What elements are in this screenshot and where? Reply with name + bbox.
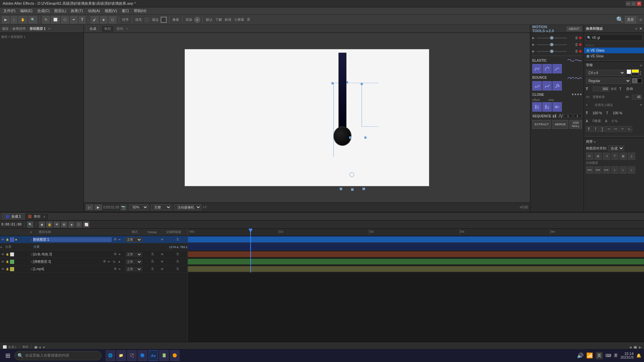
slider1-track[interactable]: [537, 38, 567, 39]
menu-item-file[interactable]: 文件(F): [1, 8, 17, 14]
layer1-eye[interactable]: 👁: [1, 238, 5, 242]
align-top[interactable]: ⊤: [611, 153, 619, 160]
breadcrumb-shapelayer[interactable]: 形状图层 1: [11, 35, 25, 39]
tl-solo-btn[interactable]: ◉: [39, 222, 45, 228]
layer1-mode[interactable]: 正常: [124, 237, 144, 242]
swatch-arrows[interactable]: ▲ ▼: [639, 69, 642, 76]
layer2-mode[interactable]: 正常: [124, 252, 144, 257]
tool-text[interactable]: T: [79, 16, 86, 23]
seq-val2[interactable]: [574, 114, 582, 118]
tool-camera[interactable]: ⬜: [51, 16, 60, 23]
stroke-swatch-dark[interactable]: [637, 78, 642, 83]
tool-zoom[interactable]: 🔍: [29, 16, 37, 23]
slider2-dot[interactable]: [579, 43, 582, 46]
layer4-solo[interactable]: 单: [112, 267, 118, 271]
elastic-wave1[interactable]: [568, 58, 574, 62]
menu-item-window[interactable]: 窗口: [120, 8, 131, 14]
layer3-pen[interactable]: ✒: [108, 260, 113, 263]
status-icon3[interactable]: ★: [43, 346, 45, 349]
layer3-fx[interactable]: fx: [113, 260, 118, 263]
layer2-eye2[interactable]: 👁: [161, 253, 167, 256]
prev-ctrl-region[interactable]: 📷: [120, 204, 126, 210]
slider1-dot[interactable]: [579, 37, 582, 39]
tool-brush[interactable]: 🖌: [91, 16, 99, 23]
tl-shy-btn[interactable]: 👁: [54, 222, 60, 228]
layer1-lock[interactable]: 🔒: [5, 238, 9, 242]
status-icon1[interactable]: ⬤: [34, 346, 38, 349]
menu-item-effects[interactable]: 效果(T): [69, 8, 85, 14]
search-icon[interactable]: 🔍: [616, 16, 624, 23]
lp-tab-project[interactable]: 项目: [2, 26, 9, 31]
layer1-eye2[interactable]: 👁: [161, 238, 167, 241]
bounce-btn-2[interactable]: [542, 81, 552, 90]
quality-select[interactable]: 完整 半质量: [151, 204, 171, 210]
prev-tab-tutorial[interactable]: 教程: [101, 25, 114, 32]
align-center-v[interactable]: ⊞: [620, 153, 627, 160]
layer1-pen[interactable]: ✒: [118, 238, 124, 241]
taskbar-notification[interactable]: 🔔: [636, 353, 641, 358]
slider3-track[interactable]: [537, 51, 567, 52]
layer3-solo[interactable]: 单: [101, 259, 108, 264]
sel-handle-mr[interactable]: [364, 136, 367, 139]
slider1-arrow[interactable]: ▶: [532, 36, 536, 40]
camera-select[interactable]: 活动摄像机: [174, 204, 201, 210]
layer2-eye[interactable]: 👁: [1, 252, 5, 256]
close-button[interactable]: ✕: [637, 1, 641, 6]
sel-handle-bm[interactable]: [351, 188, 354, 191]
layer2-solo[interactable]: 单: [112, 252, 118, 256]
tool-move[interactable]: ↕: [11, 16, 17, 23]
taskbar-ime2[interactable]: 麦: [614, 353, 618, 358]
layer2-name[interactable]: [白色 纯色 3]: [33, 252, 112, 257]
layer2-lock[interactable]: 🔒: [5, 252, 9, 256]
tool-pen[interactable]: ✒: [70, 16, 77, 23]
menu-item-view[interactable]: 视图(V): [103, 8, 119, 14]
menu-item-animate[interactable]: 动画(A): [86, 8, 102, 14]
style-underline[interactable]: T: [599, 126, 605, 132]
layer3-lock[interactable]: 🔒: [5, 260, 9, 264]
align-bottom[interactable]: ⊥: [628, 153, 635, 160]
slider2-arrow[interactable]: ▶: [532, 43, 536, 46]
style-smallcaps[interactable]: Tт: [606, 126, 612, 132]
status-nav-right[interactable]: ▶: [639, 346, 641, 349]
slider3-dot[interactable]: [579, 50, 582, 53]
layer1-solo[interactable]: 单: [112, 237, 118, 242]
tool-stamp[interactable]: ◈: [100, 16, 107, 23]
start-button[interactable]: ⊞: [3, 350, 13, 361]
style-italic[interactable]: T: [593, 126, 599, 132]
elastic-btn-1[interactable]: [532, 64, 542, 73]
tl-lock-btn[interactable]: 🔒: [46, 222, 52, 228]
merge-button[interactable]: MERGE: [552, 120, 568, 129]
lp-tab-shape[interactable]: 形状图层 1: [30, 26, 46, 31]
tl-framemix-btn[interactable]: ◈: [68, 222, 74, 228]
status-icon2[interactable]: ◈: [39, 346, 41, 349]
effects-menu-icon[interactable]: ≡: [635, 27, 637, 31]
dist-right[interactable]: ⟺: [603, 166, 610, 174]
layer1-name[interactable]: 形状图层 1: [33, 237, 112, 242]
menu-item-compose[interactable]: 合成(C): [35, 8, 52, 14]
seq-val1[interactable]: [564, 114, 572, 118]
taskbar-app-browser[interactable]: 🌐: [106, 350, 115, 361]
layer4-eye2[interactable]: 👁: [161, 267, 167, 271]
layer-row-1[interactable]: 👁 🔒 ★ 1 形状图层 1 单 ✒ 正常 👁: [0, 236, 187, 243]
tl-tab-compose[interactable]: 合成 1: [2, 213, 24, 220]
tl-tab-tutorial[interactable]: 教程 ≡: [24, 213, 49, 220]
sub-expand[interactable]: ▸: [1, 245, 5, 249]
align-left[interactable]: ⊢: [586, 153, 593, 160]
layer3-name[interactable]: [调整图层 3]: [33, 259, 101, 264]
sel-handle-br[interactable]: [363, 188, 365, 190]
tool-puppet[interactable]: ⬡: [109, 16, 116, 23]
tool-rotate[interactable]: ↻: [42, 16, 50, 23]
typo-menu[interactable]: ≡: [640, 64, 642, 67]
style-super[interactable]: T²: [620, 126, 626, 132]
tool-hand[interactable]: ✋: [18, 16, 27, 23]
status-nav-left[interactable]: ◀: [629, 346, 632, 349]
layer3-eye2[interactable]: 👁: [161, 260, 167, 263]
search-box[interactable]: 🔍: [585, 34, 643, 41]
status-nav-center[interactable]: ⬤: [634, 346, 637, 349]
color-swatch-group[interactable]: [632, 69, 639, 76]
taskbar-app-explorer[interactable]: 📁: [116, 350, 126, 361]
tl-search-btn[interactable]: 🔍: [27, 222, 33, 228]
clone-btn-1[interactable]: [532, 102, 542, 112]
elastic-btn-2[interactable]: [542, 64, 552, 73]
taskbar-net[interactable]: 📶: [586, 352, 593, 359]
